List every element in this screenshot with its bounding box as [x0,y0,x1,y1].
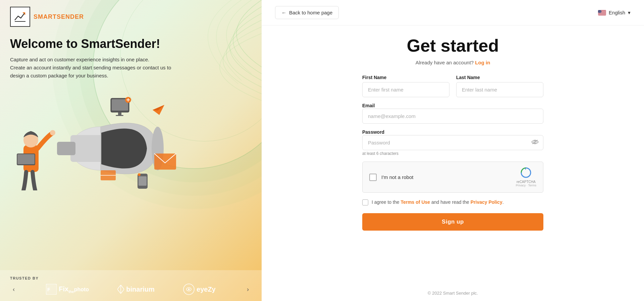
password-input[interactable] [362,135,543,150]
flag-icon: ★ ★ ★ ★ ★ ★ ★ ★ [598,10,606,15]
email-group: Email [362,103,543,124]
page-title: Get started [362,36,543,56]
email-label: Email [362,103,375,108]
terms-text: I agree to the Terms of Use and have rea… [372,199,504,206]
captcha-branding: reCAPTCHA Privacy · Terms [516,167,536,187]
svg-rect-7 [17,154,35,164]
trusted-by-section: TRUSTED BY ‹ F Fixthephoto binarium [0,270,262,301]
language-selector[interactable]: ★ ★ ★ ★ ★ ★ ★ ★ English ▾ [598,10,631,16]
signup-form-container: Get started Already have an account? Log… [349,25,557,285]
first-name-input[interactable] [362,82,449,97]
login-link[interactable]: Log in [475,60,490,65]
next-logo-button[interactable]: › [244,285,252,294]
right-header: ← Back to home page ★ ★ ★ ★ ★ ★ ★ ★ E [262,0,644,25]
svg-rect-3 [57,142,75,155]
chevron-down-icon: ▾ [628,10,631,16]
password-hint: at least 6 characters [362,151,398,156]
welcome-desc: Capture and act on customer experience i… [10,56,178,80]
first-name-group: First Name [362,75,449,97]
password-group: Password at least 6 characters [362,129,543,156]
footer: © 2022 Smart Sender plc. [262,285,644,301]
login-prompt-text: Already have an account? [416,60,474,65]
trusted-logo-fix: F Fixthephoto [46,284,89,295]
svg-text:★ ★ ★: ★ ★ ★ [598,12,602,13]
logo-text-black: SMART [34,13,57,20]
trusted-logos: ‹ F Fixthephoto binarium [10,284,252,295]
captcha-label: I'm not a robot [381,174,413,180]
trusted-label: TRUSTED BY [10,276,252,280]
back-btn-label: Back to home page [289,10,332,15]
last-name-input[interactable] [456,82,543,97]
svg-rect-14 [118,112,121,115]
privacy-policy-link[interactable]: Privacy Policy [471,199,502,205]
svg-rect-38 [598,14,606,15]
logo-text: SMARTSENDER [34,13,84,20]
back-to-home-button[interactable]: ← Back to home page [275,6,339,19]
trusted-logo-eyezy: eyeZy [183,284,216,295]
first-name-label: First Name [362,75,449,80]
logo-box [10,7,30,27]
terms-of-use-link[interactable]: Terms of Use [400,199,430,205]
password-label: Password [362,129,384,135]
recaptcha-widget[interactable]: I'm not a robot reCAPTCHA Privacy · Term… [362,162,543,193]
copyright-text: © 2022 Smart Sender plc. [428,291,478,296]
email-input[interactable] [362,109,543,124]
svg-point-9 [50,130,55,135]
last-name-label: Last Name [456,75,543,80]
svg-point-31 [188,289,190,290]
svg-rect-37 [598,14,606,14]
signup-button[interactable]: Sign up [362,213,543,231]
welcome-title: Welcome to SmartSender! [10,37,252,51]
svg-rect-23 [139,176,147,186]
toggle-password-icon[interactable] [531,139,539,146]
logo-area: SMARTSENDER [10,7,252,27]
password-wrapper [362,135,543,150]
back-arrow-icon: ← [281,10,286,15]
left-panel: SMARTSENDER Welcome to SmartSender! Capt… [0,0,262,301]
logo-text-orange: SENDER [57,13,84,20]
svg-point-24 [138,173,141,176]
login-prompt: Already have an account? Log in [362,60,543,65]
last-name-group: Last Name [456,75,543,97]
prev-logo-button[interactable]: ‹ [10,285,17,294]
name-row: First Name Last Name [362,75,543,97]
captcha-links: Privacy · Terms [516,184,536,187]
captcha-brand-text: reCAPTCHA [516,180,536,184]
language-label: English [609,10,625,15]
terms-checkbox[interactable] [362,199,368,205]
svg-text:F: F [47,287,50,292]
illustration [10,83,252,190]
terms-row: I agree to the Terms of Use and have rea… [362,199,543,206]
captcha-checkbox[interactable] [369,174,377,181]
right-panel: ← Back to home page ★ ★ ★ ★ ★ ★ ★ ★ E [262,0,644,301]
trusted-logo-binarium: binarium [117,285,154,294]
svg-rect-15 [116,115,123,116]
